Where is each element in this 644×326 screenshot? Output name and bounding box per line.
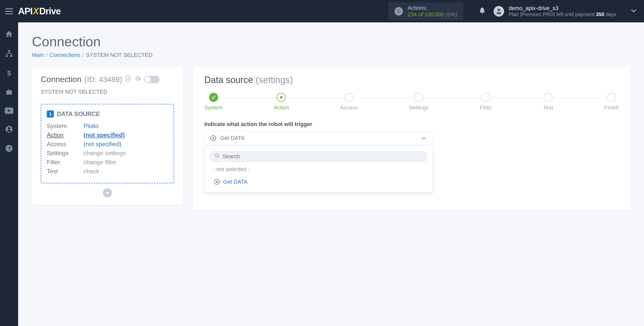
actions-label: Actions: — [408, 5, 457, 11]
row-test-label: Test — [47, 168, 84, 175]
breadcrumb-connections[interactable]: Connections — [50, 52, 80, 58]
search-input[interactable] — [222, 153, 422, 160]
svg-point-6 — [8, 127, 10, 130]
action-dropdown: - not selected - Get DATA — [204, 146, 433, 192]
user-icon[interactable] — [5, 126, 13, 134]
data-source-title: 1 DATA SOURCE — [47, 110, 168, 117]
logo[interactable]: APIXDrive — [18, 6, 61, 17]
stepper: System Action Access Settings Filter Tes… — [204, 93, 619, 111]
svg-rect-2 — [10, 55, 12, 57]
connection-header: Connection (ID: 43489) — [41, 75, 174, 84]
chevron-up-icon — [421, 135, 426, 141]
action-select: Get DATA - not selected - Get DATA — [204, 131, 433, 192]
step-action[interactable]: Action — [274, 93, 289, 111]
step-badge: 1 — [47, 110, 54, 117]
step-access[interactable]: Access — [340, 93, 358, 111]
step-test[interactable]: Test — [543, 93, 553, 111]
briefcase-icon[interactable] — [5, 88, 13, 97]
row-settings-value[interactable]: change settings — [84, 150, 126, 157]
step-system[interactable]: System — [204, 93, 223, 111]
avatar-icon — [494, 6, 504, 17]
data-source-box: 1 DATA SOURCE SystemPlutio Action(not sp… — [41, 104, 174, 183]
data-source-settings-panel: Data source (settings) System Action Acc… — [193, 67, 630, 210]
connection-toggle[interactable] — [144, 76, 159, 83]
breadcrumb-main[interactable]: Main — [32, 52, 44, 58]
connection-subtitle: SYSTEM NOT SELECTED — [41, 89, 174, 95]
action-prompt: Indicate what action the robot will trig… — [204, 121, 619, 128]
connection-label: Connection — [41, 75, 82, 84]
actions-info[interactable]: i Actions: 234 of 100'000 (0%) — [388, 2, 463, 20]
dollar-icon[interactable]: $ — [7, 69, 11, 78]
option-not-selected[interactable]: - not selected - — [210, 162, 427, 175]
chevron-down-icon — [631, 9, 636, 14]
row-system-label: System — [47, 123, 84, 130]
notifications-bell-icon[interactable] — [478, 6, 486, 17]
row-test-value[interactable]: check — [84, 168, 99, 175]
main-content: Connection Main/Connections/SYSTEM NOT S… — [18, 22, 644, 326]
row-settings-label: Settings — [47, 150, 84, 157]
copy-icon[interactable] — [125, 75, 131, 84]
step-settings[interactable]: Settings — [409, 93, 429, 111]
play-icon — [214, 179, 220, 185]
row-action-label[interactable]: Action — [47, 132, 84, 139]
user-menu[interactable]: demo_apix-drive_s3 Plan |Premium PRO| le… — [494, 5, 636, 17]
hamburger-menu-icon[interactable] — [0, 8, 18, 14]
search-box — [210, 151, 427, 162]
panel-title: Data source (settings) — [204, 75, 619, 85]
row-access-value[interactable]: (not specified) — [84, 141, 122, 148]
sitemap-icon[interactable] — [5, 50, 13, 59]
breadcrumb: Main/Connections/SYSTEM NOT SELECTED — [32, 52, 630, 58]
info-icon: i — [394, 7, 403, 16]
option-get-data[interactable]: Get DATA — [210, 175, 427, 187]
play-icon — [211, 135, 216, 141]
svg-rect-0 — [8, 50, 10, 52]
help-icon[interactable]: ? — [5, 145, 13, 153]
row-system-value[interactable]: Plutio — [84, 123, 99, 130]
action-selected: Get DATA — [220, 135, 245, 141]
action-select-head[interactable]: Get DATA — [204, 131, 433, 145]
breadcrumb-current: SYSTEM NOT SELECTED — [86, 52, 152, 58]
youtube-icon[interactable] — [5, 107, 13, 115]
divider — [41, 98, 174, 98]
row-action-value[interactable]: (not specified) — [84, 132, 125, 139]
svg-text:?: ? — [8, 146, 11, 151]
svg-text:$: $ — [7, 69, 11, 77]
row-filter-value[interactable]: change filter — [84, 159, 116, 166]
svg-rect-1 — [6, 55, 8, 57]
user-text: demo_apix-drive_s3 Plan |Premium PRO| le… — [509, 5, 616, 17]
row-filter-label: Filter — [47, 159, 84, 166]
step-finish[interactable]: Finish — [604, 93, 619, 111]
step-filter[interactable]: Filter — [480, 93, 492, 111]
home-icon[interactable] — [5, 30, 13, 39]
actions-text: Actions: 234 of 100'000 (0%) — [408, 5, 457, 18]
row-access-label: Access — [47, 141, 84, 148]
connection-panel: Connection (ID: 43489) SYSTEM NOT SELECT… — [32, 67, 183, 205]
svg-point-10 — [215, 154, 218, 157]
connection-id: (ID: 43489) — [85, 75, 122, 84]
search-icon — [215, 153, 220, 159]
sidebar: $ ? — [0, 22, 18, 326]
plan-line: Plan |Premium PRO| left until payment 35… — [509, 12, 616, 17]
add-button[interactable]: + — [103, 188, 112, 197]
top-header: APIXDrive i Actions: 234 of 100'000 (0%)… — [0, 0, 644, 22]
user-name: demo_apix-drive_s3 — [509, 5, 616, 12]
gear-icon[interactable] — [134, 75, 141, 84]
page-title: Connection — [32, 34, 630, 49]
